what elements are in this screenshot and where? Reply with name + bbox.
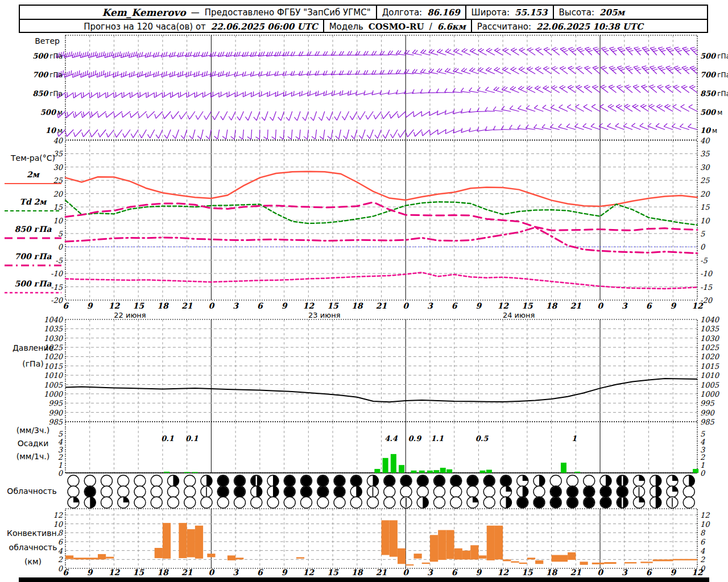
precip-bars (164, 454, 698, 473)
bottom-bar (19, 577, 709, 582)
wind-barbs-10м (57, 123, 697, 139)
meteogram-page: Kem_Kemerovo — Предоставлено ФГБУ "ЗапСи… (0, 0, 728, 582)
wind-barbs-700гПа (56, 66, 697, 77)
wind-barbs-500м (57, 104, 697, 120)
meteogram-plot (0, 0, 728, 582)
temp-curve-700гПа (65, 227, 697, 253)
wind-barbs-850гПа (57, 85, 697, 98)
wind-barbs-500гПа (56, 47, 698, 58)
cloud-okta-row-3 (68, 497, 694, 508)
cloud-okta-row-1 (68, 475, 694, 487)
cloud-okta-row-2 (68, 486, 694, 497)
